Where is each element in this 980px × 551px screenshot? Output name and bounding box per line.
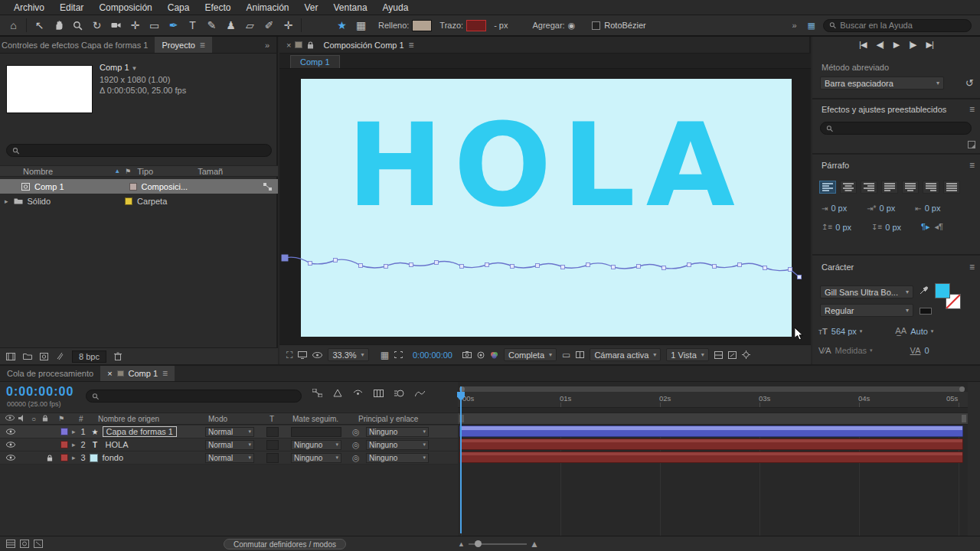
project-search-box[interactable] xyxy=(6,144,272,157)
help-search-box[interactable] xyxy=(823,19,972,32)
help-search-input[interactable] xyxy=(840,21,965,30)
bit-depth-button[interactable]: 8 bpc xyxy=(72,350,106,363)
shortcut-dropdown[interactable]: Barra espaciadora ▾ xyxy=(820,77,944,90)
effects-search-input[interactable] xyxy=(837,124,965,133)
project-search-input[interactable] xyxy=(24,146,266,155)
menu-ventana[interactable]: Ventana xyxy=(326,2,375,13)
effects-search-box[interactable] xyxy=(820,122,972,135)
comp-name[interactable]: Comp 1 ▼ xyxy=(100,62,186,74)
layer-name[interactable]: Capa de formas 1 xyxy=(103,426,177,437)
share-view-icon[interactable] xyxy=(714,351,723,359)
layer-bar-shape[interactable] xyxy=(459,425,963,437)
text-direction-rtl-icon[interactable]: ◂¶ xyxy=(934,222,942,232)
fill-color-swatch[interactable] xyxy=(412,20,432,31)
shy-layers-icon[interactable] xyxy=(353,389,363,397)
align-right-button[interactable] xyxy=(861,181,877,194)
tracking-field[interactable]: 0 xyxy=(924,346,929,355)
kerning-field[interactable]: Medidas ▾ xyxy=(835,346,873,355)
blend-mode-dropdown[interactable]: Normal ▾ xyxy=(205,440,254,450)
tab-composition[interactable]: Composición Comp 1 ≡ xyxy=(316,37,420,53)
indent-first-field[interactable]: ⇥*0 px xyxy=(867,204,895,213)
lock-icon[interactable] xyxy=(304,37,316,53)
interpret-footage-icon[interactable] xyxy=(6,353,15,360)
next-frame-button[interactable]: |▶ xyxy=(909,40,916,50)
layer-name[interactable]: HOLA xyxy=(103,440,132,449)
panel-menu-icon[interactable]: ≡ xyxy=(969,104,975,115)
matte-column-header[interactable]: Mate seguim. xyxy=(292,415,338,423)
pan-behind-tool-icon[interactable]: ✛ xyxy=(126,16,145,34)
stroke-color-swatch[interactable] xyxy=(466,20,486,31)
track-matte-dropdown[interactable]: Ninguno ▾ xyxy=(291,453,341,463)
index-column-header[interactable]: # xyxy=(79,415,83,423)
viewer-timecode[interactable]: 0:00:00:00 xyxy=(413,350,452,360)
magnification-dropdown[interactable]: 33.3% ▾ xyxy=(328,348,368,361)
camera-tool-icon[interactable] xyxy=(106,16,126,34)
preserve-transparency-toggle[interactable] xyxy=(266,427,279,437)
label-column-icon[interactable]: ⚑ xyxy=(58,415,64,422)
zoom-tool-icon[interactable] xyxy=(68,16,87,34)
video-column-icon[interactable] xyxy=(5,415,15,421)
track-matte-dropdown[interactable] xyxy=(291,427,341,437)
panel-overflow-icon[interactable]: » xyxy=(258,37,276,53)
region-of-interest-icon[interactable] xyxy=(394,351,403,358)
column-name[interactable]: Nombre xyxy=(23,167,53,176)
lock-column-icon[interactable] xyxy=(42,415,48,422)
justify-last-left-button[interactable] xyxy=(881,181,898,194)
resolution-dropdown[interactable]: Completa ▾ xyxy=(504,348,557,361)
preserve-transparency-toggle[interactable] xyxy=(266,440,279,450)
project-item-solido[interactable]: ▸ Sólido Carpeta xyxy=(0,194,278,208)
justify-all-button[interactable] xyxy=(943,181,960,194)
pickwhip-icon[interactable]: ◎ xyxy=(352,453,360,463)
current-time-indicator[interactable] xyxy=(460,386,462,533)
show-channel-icon[interactable] xyxy=(490,351,498,359)
time-ruler[interactable]: 00s 01s 02s 03s 04s 05s xyxy=(458,392,968,408)
space-after-field[interactable]: ↧≡0 px xyxy=(871,223,901,232)
camera-dropdown[interactable]: Cámara activa ▾ xyxy=(590,348,661,361)
eraser-tool-icon[interactable]: ▱ xyxy=(240,16,260,34)
time-navigator[interactable] xyxy=(459,386,965,392)
new-composition-icon[interactable] xyxy=(40,353,48,360)
panel-menu-icon[interactable]: ≡ xyxy=(969,262,975,272)
roto-brush-tool-icon[interactable]: ✐ xyxy=(260,16,279,34)
layer-bar-fondo[interactable] xyxy=(459,452,963,463)
menu-composicion[interactable]: Composición xyxy=(91,2,159,13)
comp-flowchart-icon[interactable] xyxy=(263,183,272,191)
align-left-button[interactable] xyxy=(819,181,836,194)
workspace-icon[interactable]: ▦ xyxy=(808,21,815,31)
panel-menu-icon[interactable]: ≡ xyxy=(200,40,205,51)
justify-last-center-button[interactable] xyxy=(902,181,919,194)
expand-transfer-controls-icon[interactable] xyxy=(20,540,29,548)
last-frame-button[interactable]: ▶| xyxy=(926,40,933,50)
panel-menu-icon[interactable]: ≡ xyxy=(969,160,975,171)
panel-corner-icon[interactable] xyxy=(968,141,975,148)
graph-editor-icon[interactable] xyxy=(415,389,425,397)
sort-asc-icon[interactable]: ▲ xyxy=(114,168,120,174)
twirl-icon[interactable]: ▸ xyxy=(5,197,8,205)
parent-column-header[interactable]: Principal y enlace xyxy=(358,415,418,423)
indent-right-field[interactable]: ⇤0 px xyxy=(915,204,940,213)
twirl-icon[interactable]: ▸ xyxy=(72,454,76,461)
trash-icon[interactable] xyxy=(114,352,122,360)
label-color-chip[interactable] xyxy=(60,454,68,461)
menu-efecto[interactable]: Efecto xyxy=(197,2,238,13)
viewer-tab-comp1[interactable]: Comp 1 xyxy=(290,55,340,68)
set-black-chip[interactable] xyxy=(920,308,932,315)
tab-render-queue[interactable]: Cola de procesamiento xyxy=(0,366,100,381)
font-family-dropdown[interactable]: Gill Sans Ultra Bo... ▾ xyxy=(820,285,913,298)
composition-flowchart-icon[interactable] xyxy=(312,389,322,397)
close-tab-icon[interactable]: × xyxy=(279,37,293,53)
indent-left-field[interactable]: ⇥0 px xyxy=(822,204,847,213)
parent-dropdown[interactable]: Ninguno ▾ xyxy=(366,427,429,437)
fill-color-chip[interactable] xyxy=(935,283,950,298)
column-size[interactable]: Tamañ xyxy=(198,167,223,176)
adjust-render-settings-icon[interactable] xyxy=(56,352,64,360)
view-layout-dropdown[interactable]: 1 Vista ▾ xyxy=(666,348,708,361)
timeline-timecode[interactable]: 0:00:00:00 xyxy=(6,385,74,399)
composition-canvas[interactable]: HOLA xyxy=(301,79,792,337)
font-style-dropdown[interactable]: Regular ▾ xyxy=(820,304,913,317)
expand-inout-columns-icon[interactable] xyxy=(34,540,43,548)
pen-tool-icon[interactable]: ✒ xyxy=(164,16,183,34)
layer-row-2[interactable]: ▸ 2 T HOLA Normal ▾ Ninguno ▾ ◎ Ninguno … xyxy=(0,439,458,452)
shape-star-icon[interactable]: ★ xyxy=(332,16,351,34)
leading-field[interactable]: Auto ▾ xyxy=(910,327,933,336)
